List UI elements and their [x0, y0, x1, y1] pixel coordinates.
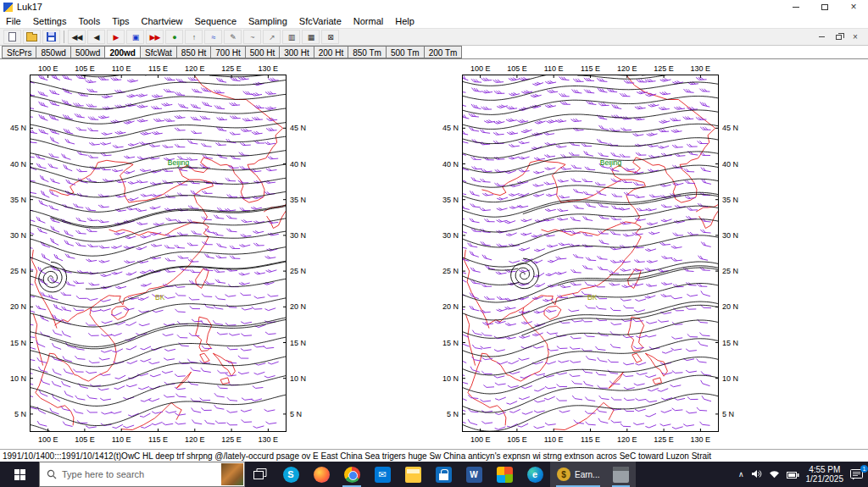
tab-500ht[interactable]: 500 Ht	[245, 46, 279, 58]
lon-label: 130 E	[689, 435, 711, 444]
waves-icon[interactable]: ≈	[204, 30, 222, 44]
mdi-restore-button[interactable]	[832, 31, 845, 43]
lat-label: 40 N	[437, 160, 459, 169]
menu-file[interactable]: File	[0, 14, 27, 28]
menu-sfcvariate[interactable]: SfcVariate	[293, 14, 348, 28]
panels-icon[interactable]: ▥	[282, 30, 300, 44]
toolbar: ◀◀◀▶▣▶▶●↑≈✎~↗▥▦⊠ ×	[0, 28, 868, 46]
taskbar-app-word[interactable]: W	[459, 462, 489, 487]
search-highlight-image[interactable]	[221, 463, 243, 485]
streamline	[463, 138, 719, 158]
taskbar-app-firefox[interactable]	[306, 462, 337, 487]
battery-icon[interactable]	[787, 467, 799, 482]
step-back-icon[interactable]: ◀	[87, 30, 105, 44]
lat-label: 5 N	[4, 410, 26, 418]
menu-tools[interactable]: Tools	[72, 14, 106, 28]
menu-sequence[interactable]: Sequence	[188, 14, 242, 28]
lat-label: 20 N	[437, 302, 459, 311]
task-view-icon	[253, 468, 267, 480]
lat-label: 15 N	[4, 339, 26, 347]
tab-500tm[interactable]: 500 Tm	[386, 46, 424, 58]
maximize-button[interactable]	[810, 0, 839, 14]
lon-label: 130 E	[689, 64, 711, 73]
rewind-icon[interactable]: ◀◀	[68, 30, 86, 44]
streamline	[31, 136, 287, 153]
menu-chartview[interactable]: Chartview	[136, 14, 189, 28]
word-icon: W	[466, 467, 482, 483]
taskbar-app-edge[interactable]: e	[520, 462, 550, 487]
taskbar-app-chrome[interactable]	[337, 462, 367, 487]
save-icon[interactable]	[42, 30, 60, 44]
menu-help[interactable]: Help	[389, 14, 420, 28]
grid-icon[interactable]: ▦	[302, 30, 320, 44]
close-chart-icon[interactable]: ⊠	[321, 30, 339, 44]
mdi-close-button[interactable]: ×	[849, 31, 862, 43]
lon-label: 120 E	[616, 435, 638, 444]
tab-300ht[interactable]: 300 Ht	[279, 46, 313, 58]
weather-chart-right[interactable]: BeijingBK	[462, 75, 719, 432]
menu-normal[interactable]: Normal	[348, 14, 389, 28]
tab-200wd[interactable]: 200wd	[104, 46, 140, 58]
lon-label: 120 E	[616, 64, 638, 73]
taskbar-clock[interactable]: 4:55 PM 1/21/2025	[806, 465, 844, 484]
taskbar-window-window[interactable]	[606, 462, 636, 487]
start-button[interactable]	[0, 462, 39, 487]
streamline	[31, 374, 287, 406]
lat-label: 35 N	[722, 196, 738, 204]
notification-badge: 1	[860, 465, 868, 473]
lat-label: 15 N	[290, 339, 306, 347]
network-icon[interactable]	[769, 467, 780, 482]
tab-200tm[interactable]: 200 Tm	[424, 46, 463, 58]
open-file-icon[interactable]	[23, 30, 41, 44]
lat-label: 40 N	[722, 160, 738, 169]
draw-icon[interactable]: ✎	[224, 30, 242, 44]
taskbar-apps: S✉We$Earn...	[275, 462, 636, 487]
play-icon[interactable]: ▶	[107, 30, 125, 44]
streamline	[31, 297, 287, 327]
globe-icon[interactable]: ●	[165, 30, 183, 44]
lon-label: 110 E	[110, 64, 132, 73]
new-file-icon[interactable]	[3, 30, 21, 44]
taskbar-app-photos[interactable]	[489, 462, 520, 487]
taskbar-app-store[interactable]	[428, 462, 459, 487]
mdi-minimize-button[interactable]	[815, 31, 828, 43]
taskbar-app-skype[interactable]: S	[275, 462, 306, 487]
squiggle-icon[interactable]: ~	[243, 30, 261, 44]
action-center-button[interactable]: 1	[850, 469, 863, 480]
menu-settings[interactable]: Settings	[27, 14, 73, 28]
vector-icon[interactable]: ↗	[263, 30, 281, 44]
taskbar-window-earn[interactable]: $Earn...	[550, 462, 606, 487]
maximize-icon	[821, 4, 828, 10]
tab-850wd[interactable]: 850wd	[36, 46, 70, 58]
menu-sampling[interactable]: Sampling	[242, 14, 293, 28]
tab-500wd[interactable]: 500wd	[70, 46, 104, 58]
tab-850ht[interactable]: 850 Ht	[176, 46, 210, 58]
tab-700ht[interactable]: 700 Ht	[210, 46, 244, 58]
lon-label: 120 E	[184, 64, 206, 73]
close-button[interactable]: ×	[839, 0, 868, 14]
lon-label: 110 E	[542, 435, 565, 444]
chart-tab-bar: SfcPrs850wd500wd200wdSfcWat850 Ht700 Ht5…	[0, 46, 868, 59]
taskbar-search-input[interactable]: Type here to search	[39, 462, 245, 487]
minimize-button[interactable]	[782, 0, 810, 14]
frame-box-icon[interactable]: ▣	[126, 30, 144, 44]
window-icon	[613, 467, 629, 483]
lat-label: 15 N	[437, 339, 459, 347]
clock-date: 1/21/2025	[806, 474, 844, 484]
lon-label: 125 E	[220, 64, 242, 73]
tab-200ht[interactable]: 200 Ht	[314, 46, 348, 58]
task-view-button[interactable]	[245, 462, 275, 487]
taskbar-app-file-explorer[interactable]	[398, 462, 428, 487]
tray-expand-icon[interactable]: ∧	[738, 470, 744, 479]
menu-tips[interactable]: Tips	[106, 14, 135, 28]
taskbar-app-mail[interactable]: ✉	[367, 462, 398, 487]
tab-850tm[interactable]: 850 Tm	[348, 46, 386, 58]
tab-sfcwat[interactable]: SfcWat	[140, 46, 176, 58]
photos-icon	[497, 467, 513, 483]
weather-chart-left[interactable]: BeijingBK	[30, 75, 287, 432]
lon-label: 110 E	[110, 435, 132, 444]
tab-sfcprs[interactable]: SfcPrs	[2, 46, 36, 58]
fast-forward-icon[interactable]: ▶▶	[146, 30, 164, 44]
speaker-icon[interactable]	[751, 467, 762, 482]
up-arrow-icon[interactable]: ↑	[185, 30, 203, 44]
